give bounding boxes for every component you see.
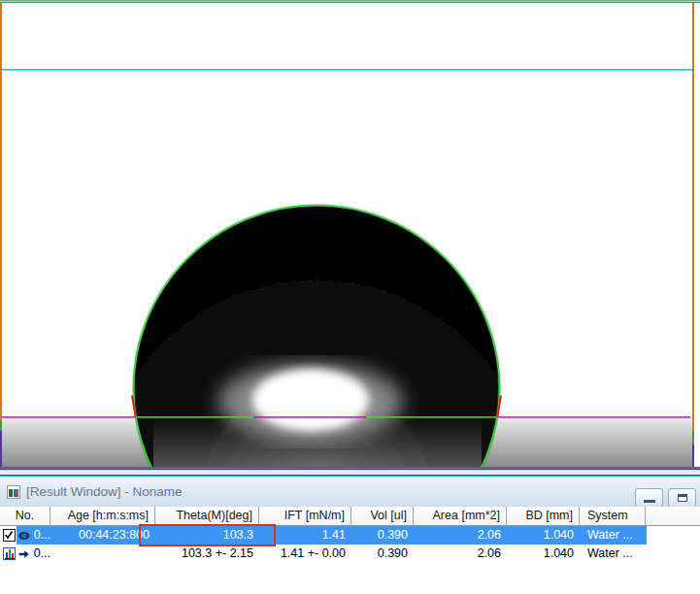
table-row[interactable]: 0... 00:44:23:800 103.3 1.41 0.390 2.06 … — [0, 526, 700, 544]
area-value: 2.06 — [414, 544, 507, 563]
minimize-button[interactable] — [635, 488, 663, 508]
camera-view-panel — [0, 0, 700, 470]
bd-value: 1.040 — [507, 526, 580, 544]
frame-top-green — [0, 2, 700, 3]
area-value: 2.06 — [414, 526, 507, 544]
drop-image — [0, 0, 700, 470]
age-value — [50, 544, 155, 563]
col-header-filler — [646, 507, 700, 525]
vol-value: 0.390 — [351, 526, 414, 544]
arrow-right-icon — [18, 548, 30, 560]
result-table-header: No. Age [h:m:s:ms] Theta(M)[deg] IFT [mN… — [0, 507, 700, 526]
result-window: [Result Window] - Noname No. Age [h:m:s:… — [0, 475, 700, 594]
frame-left-orange — [0, 3, 2, 420]
col-header-theta[interactable]: Theta(M)[deg] — [155, 507, 259, 525]
level-line — [2, 69, 692, 71]
app-window: [Result Window] - Noname No. Age [h:m:s:… — [0, 0, 700, 594]
col-header-vol[interactable]: Vol [ul] — [351, 507, 414, 525]
restore-icon — [678, 494, 687, 502]
annotation-highlight-box — [139, 524, 276, 546]
result-window-titlebar[interactable]: [Result Window] - Noname — [0, 477, 700, 507]
col-header-bd[interactable]: BD [mm] — [507, 507, 580, 525]
bd-value: 1.040 — [507, 544, 580, 563]
col-header-age[interactable]: Age [h:m:s:ms] — [50, 507, 155, 525]
table-row[interactable]: 0... 103.3 +- 2.15 1.41 +- 0.00 0.390 2.… — [0, 544, 700, 563]
baseline-line — [253, 416, 366, 418]
col-header-no[interactable]: No. — [0, 507, 50, 525]
frame-right-green — [692, 431, 694, 445]
row-number: 0... — [33, 526, 50, 544]
eye-icon — [18, 530, 30, 542]
frame-left-green — [0, 420, 2, 431]
contact-line-segment — [366, 416, 498, 418]
system-value: Water ... — [580, 544, 646, 563]
col-header-area[interactable]: Area [mm*2] — [414, 507, 507, 525]
baseline-line — [2, 416, 135, 418]
backlight-reflection — [252, 369, 369, 431]
vol-value: 0.390 — [351, 544, 414, 563]
col-header-system[interactable]: System — [580, 507, 646, 525]
restore-button[interactable] — [668, 488, 696, 508]
col-header-ift[interactable]: IFT [mN/m] — [259, 507, 351, 525]
system-value: Water ... — [580, 526, 646, 544]
frame-right-orange — [692, 3, 694, 431]
frame-left-purple — [0, 431, 2, 467]
theta-value: 103.3 +- 2.15 — [155, 544, 259, 563]
frame-bottom-blue — [0, 467, 700, 468]
frame-right-purple — [692, 445, 694, 467]
contact-line-segment — [135, 416, 253, 418]
result-window-title: [Result Window] - Noname — [26, 477, 183, 507]
frame-top-gray — [0, 0, 700, 1]
row-number: 0... — [33, 544, 50, 563]
result-table: No. Age [h:m:s:ms] Theta(M)[deg] IFT [mN… — [0, 507, 700, 563]
frame-top-light — [0, 1, 700, 2]
checkbox-checked-icon[interactable] — [3, 529, 16, 542]
result-window-icon — [7, 485, 20, 499]
bar-chart-icon[interactable] — [3, 547, 16, 560]
filler-cell — [646, 526, 700, 544]
ift-value: 1.41 +- 0.00 — [259, 544, 351, 563]
baseline-line — [498, 416, 690, 418]
minimize-icon — [644, 500, 655, 503]
row-no-cell: 0... — [0, 544, 50, 563]
filler-cell — [646, 544, 700, 563]
row-no-cell: 0... — [0, 526, 50, 544]
